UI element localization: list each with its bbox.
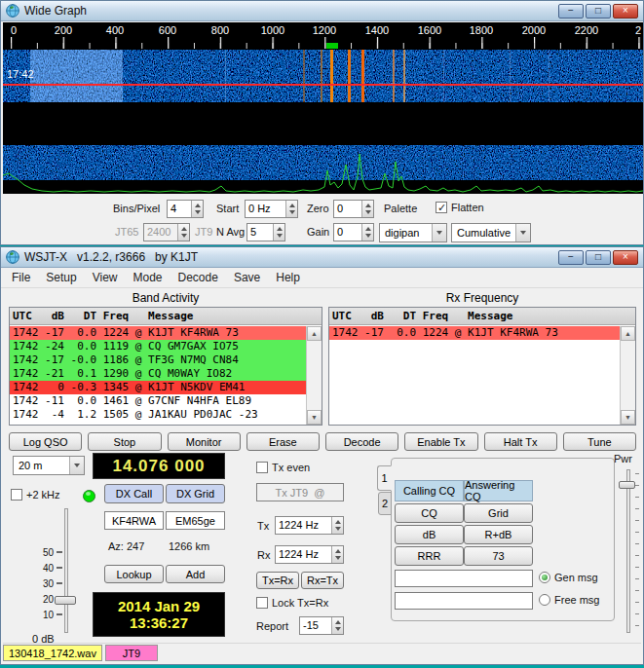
tx-equals-rx-button[interactable]: Tx=Rx (256, 572, 299, 589)
scroll-down-icon[interactable]: ▼ (307, 410, 322, 425)
rx-equals-tx-button[interactable]: Rx=Tx (301, 572, 344, 589)
spinner-arrows[interactable] (361, 201, 373, 217)
plus-2khz-checkbox[interactable]: +2 kHz (11, 489, 60, 501)
pwr-slider-track[interactable] (626, 469, 630, 633)
spectrum-mode-combo[interactable]: Cumulative (451, 223, 531, 242)
n-avg-value: 5 (247, 224, 273, 241)
flatten-checkbox[interactable]: Flatten (436, 202, 484, 213)
menu-help[interactable]: Help (268, 268, 308, 287)
wide-graph-titlebar[interactable]: Wide Graph − □ × (1, 1, 643, 21)
scroll-up-icon[interactable]: ▲ (621, 326, 635, 341)
gain-value: 0 (334, 224, 361, 241)
spinner-arrows[interactable] (331, 546, 343, 563)
db-scale-label: 50 (38, 547, 54, 558)
decode-row[interactable]: 1742 -21 0.1 1290 @ CQ M0WAY IO82 (10, 367, 306, 381)
spinner-arrows[interactable] (331, 617, 343, 634)
globe-icon (6, 250, 19, 264)
calling-cq-header: Calling CQ (395, 480, 464, 501)
decode-row[interactable]: 1742 -17 0.0 1224 @ K1JT KF4RWA 73 (329, 326, 620, 340)
bins-per-pixel-spinner[interactable]: 4 (167, 200, 204, 218)
tune-button[interactable]: Tune (563, 432, 636, 451)
menu-mode[interactable]: Mode (126, 268, 170, 287)
lookup-button[interactable]: Lookup (104, 565, 164, 583)
band-combo[interactable]: 20 m (13, 456, 85, 475)
start-spinner[interactable]: 0 Hz (245, 200, 298, 218)
rx-frequency-scrollbar[interactable]: ▲ ▼ (620, 326, 635, 425)
spinner-arrows[interactable] (191, 201, 203, 217)
free-msg-input[interactable] (395, 592, 533, 610)
scroll-down-icon[interactable]: ▼ (621, 410, 635, 425)
db-message-button[interactable]: dB (395, 525, 464, 544)
close-button[interactable]: × (613, 4, 638, 19)
zero-spinner[interactable]: 0 (333, 200, 374, 218)
decode-row[interactable]: 1742 -4 1.2 1505 @ JA1KAU PD0JAC -23 (10, 408, 306, 422)
decode-row[interactable]: 1742 -17 0.0 1224 @ K1JT KF4RWA 73 (10, 326, 306, 340)
stop-button[interactable]: Stop (88, 432, 161, 451)
gain-spinner[interactable]: 0 (333, 223, 374, 241)
db-scale-tick (57, 567, 62, 569)
waterfall-display[interactable]: 0 200 400 600 800 1000 1200 1400 1600 18… (3, 22, 643, 194)
log-qso-button[interactable]: Log QSO (9, 432, 82, 451)
tx-freq-spinner[interactable]: 1224 Hz (275, 516, 344, 535)
dx-grid-field[interactable]: EM65ge (166, 511, 225, 530)
seventy-three-message-button[interactable]: 73 (464, 546, 533, 566)
pwr-slider-handle[interactable] (619, 481, 635, 489)
erase-button[interactable]: Erase (246, 432, 320, 451)
report-spinner[interactable]: -15 (299, 616, 344, 635)
time-marker: 17:42 (7, 68, 34, 80)
spinner-arrows[interactable] (361, 224, 373, 241)
spinner-arrows[interactable] (285, 201, 297, 217)
enable-tx-button[interactable]: Enable Tx (404, 432, 477, 451)
main-titlebar[interactable]: WSJT-X v1.2.2, r3666 by K1JT − □ × (1, 247, 643, 268)
gen-msg-radio[interactable]: Gen msg (539, 572, 598, 583)
halt-tx-button[interactable]: Halt Tx (484, 432, 557, 451)
audio-level-slider-handle[interactable] (55, 596, 76, 605)
menu-setup[interactable]: Setup (38, 268, 84, 287)
freq-tick-label: 1000 (261, 24, 284, 36)
decode-row[interactable]: 1742 0 -0.3 1345 @ K1JT N5KDV EM41 (10, 381, 306, 394)
tab-1[interactable]: 1 (377, 465, 392, 491)
band-activity-scrollbar[interactable]: ▲ ▼ (306, 326, 322, 425)
dx-call-button[interactable]: DX Call (104, 484, 164, 503)
spinner-arrows[interactable] (331, 517, 343, 534)
scroll-up-icon[interactable]: ▲ (307, 326, 322, 341)
menu-save[interactable]: Save (226, 268, 268, 287)
pwr-label: Pwr (614, 453, 632, 464)
maximize-button[interactable]: □ (586, 4, 611, 19)
audio-level-slider-track[interactable] (64, 508, 68, 633)
menu-file[interactable]: File (4, 268, 38, 287)
add-button[interactable]: Add (166, 565, 225, 583)
cq-message-button[interactable]: CQ (395, 503, 464, 523)
rx-indicator-led (83, 490, 95, 502)
menu-decode[interactable]: Decode (170, 268, 226, 287)
report-label: Report (256, 620, 288, 632)
decode-row[interactable]: 1742 -24 0.0 1119 @ CQ GM7GAX IO75 (10, 340, 306, 353)
minimize-button[interactable]: − (558, 4, 584, 19)
spinner-arrows[interactable] (273, 224, 284, 241)
decode-row[interactable]: 1742 -11 0.0 1461 @ G7CNF N4HFA EL89 (10, 394, 306, 408)
decode-row[interactable]: 1742 -17 -0.0 1186 @ TF3G N7MQ CN84 (10, 353, 306, 367)
close-button[interactable]: × (613, 250, 638, 265)
rx-freq-spinner[interactable]: 1224 Hz (275, 545, 344, 564)
menu-view[interactable]: View (85, 268, 126, 287)
tx-even-checkbox[interactable]: Tx even (256, 462, 310, 473)
wide-graph-window: Wide Graph − □ × (0, 0, 644, 245)
free-msg-radio[interactable]: Free msg (539, 594, 599, 606)
plus-2khz-label: +2 kHz (26, 489, 60, 501)
db-scale-label: 20 (38, 594, 54, 605)
gen-msg-input[interactable] (395, 570, 533, 587)
lock-tx-rx-checkbox[interactable]: Lock Tx=Rx (256, 597, 328, 609)
n-avg-spinner[interactable]: 5 (246, 223, 285, 241)
dx-grid-button[interactable]: DX Grid (166, 484, 225, 503)
tab-2[interactable]: 2 (378, 492, 392, 515)
grid-message-button[interactable]: Grid (464, 503, 533, 523)
r-db-message-button[interactable]: R+dB (464, 525, 533, 544)
monitor-button[interactable]: Monitor (168, 432, 241, 451)
decode-button[interactable]: Decode (325, 432, 398, 451)
palette-combo[interactable]: digipan (379, 223, 447, 242)
clock-display: 2014 Jan 29 13:36:27 (93, 592, 225, 637)
rrr-message-button[interactable]: RRR (395, 546, 464, 566)
maximize-button[interactable]: □ (586, 250, 611, 265)
minimize-button[interactable]: − (558, 250, 584, 265)
dx-call-field[interactable]: KF4RWA (104, 511, 164, 530)
